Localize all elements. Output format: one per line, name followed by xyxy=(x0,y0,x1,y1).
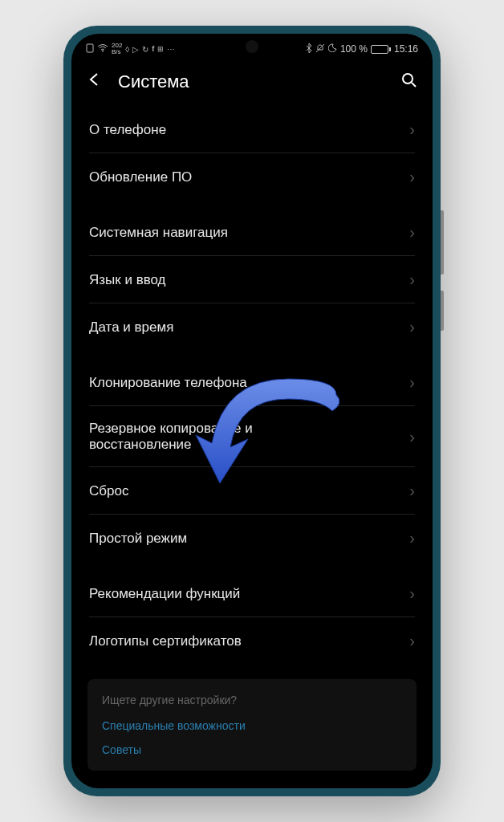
item-about-phone[interactable]: О телефоне › xyxy=(71,106,433,153)
chevron-right-icon: › xyxy=(409,271,415,289)
item-label: Простой режим xyxy=(89,531,187,547)
item-label: Рекомендации функций xyxy=(89,586,240,602)
chevron-right-icon: › xyxy=(409,584,415,603)
item-label: Резервное копирование и восстановление xyxy=(89,421,298,453)
item-label: Сброс xyxy=(89,483,128,499)
footer-prompt: Ищете другие настройки? xyxy=(102,694,402,706)
dnd-icon xyxy=(315,43,325,55)
menu-dots-icon: ⊞ xyxy=(157,45,164,53)
svg-point-1 xyxy=(102,51,104,52)
power-button xyxy=(441,291,444,331)
item-system-navigation[interactable]: Системная навигация › xyxy=(71,209,433,256)
chevron-right-icon: › xyxy=(409,120,415,139)
item-label: Дата и время xyxy=(89,319,173,336)
settings-list: О телефоне › Обновление ПО › Системная н… xyxy=(71,106,433,665)
speed-unit: B/s xyxy=(112,49,122,55)
footer-card: Ищете другие настройки? Специальные возм… xyxy=(87,679,417,771)
refresh-icon: ↻ xyxy=(142,45,148,54)
phone-frame: 202 B/s ◊ ▷ ↻ f ⊞ ⋯ 100 xyxy=(63,26,441,796)
volume-button xyxy=(441,210,444,275)
chevron-right-icon: › xyxy=(409,373,415,392)
chevron-right-icon: › xyxy=(409,428,415,446)
speed-indicator: 202 B/s xyxy=(112,43,122,55)
item-simple-mode[interactable]: Простой режим › xyxy=(71,515,433,562)
item-label: Клонирование телефона xyxy=(89,375,247,391)
location-icon: ◊ xyxy=(125,45,129,54)
item-reset[interactable]: Сброс › xyxy=(71,467,433,515)
item-feature-recommendations[interactable]: Рекомендации функций › xyxy=(71,570,433,617)
more-icon: ⋯ xyxy=(167,45,175,54)
battery-icon xyxy=(371,45,391,54)
chevron-right-icon: › xyxy=(409,529,415,547)
item-label: Системная навигация xyxy=(89,225,228,241)
chevron-right-icon: › xyxy=(409,168,415,186)
item-label: Язык и ввод xyxy=(89,272,166,288)
item-date-time[interactable]: Дата и время › xyxy=(71,303,433,351)
battery-percent: 100 % xyxy=(340,43,368,55)
link-tips[interactable]: Советы xyxy=(102,743,402,756)
moon-icon xyxy=(328,43,337,55)
item-cert-logos[interactable]: Логотипы сертификатов › xyxy=(71,617,433,665)
svg-point-3 xyxy=(403,74,413,83)
chevron-right-icon: › xyxy=(409,632,415,650)
search-button[interactable] xyxy=(400,71,418,93)
item-language-input[interactable]: Язык и ввод › xyxy=(71,256,433,303)
chevron-right-icon: › xyxy=(409,482,415,500)
sim-icon xyxy=(86,43,94,55)
play-icon: ▷ xyxy=(132,45,139,54)
bluetooth-icon xyxy=(306,43,312,55)
item-software-update[interactable]: Обновление ПО › xyxy=(71,153,433,201)
item-label: О телефоне xyxy=(89,122,166,138)
page-title: Система xyxy=(118,71,386,92)
wifi-icon xyxy=(97,44,108,54)
header: Система xyxy=(71,58,433,106)
chevron-right-icon: › xyxy=(409,318,415,336)
back-button[interactable] xyxy=(86,71,104,93)
status-right: 100 % 15:16 xyxy=(306,43,418,55)
item-label: Обновление ПО xyxy=(89,169,192,185)
svg-line-4 xyxy=(412,83,416,87)
item-backup-restore[interactable]: Резервное копирование и восстановление › xyxy=(71,406,433,467)
link-accessibility[interactable]: Специальные возможности xyxy=(102,719,402,732)
facebook-icon: f xyxy=(152,45,154,53)
status-left: 202 B/s ◊ ▷ ↻ f ⊞ ⋯ xyxy=(86,43,175,55)
item-phone-clone[interactable]: Клонирование телефона › xyxy=(71,359,433,406)
screen: 202 B/s ◊ ▷ ↻ f ⊞ ⋯ 100 xyxy=(71,34,433,788)
clock: 15:16 xyxy=(394,43,418,55)
item-label: Логотипы сертификатов xyxy=(89,633,242,649)
svg-rect-0 xyxy=(87,44,93,52)
camera-notch xyxy=(246,40,258,53)
chevron-right-icon: › xyxy=(409,223,415,242)
